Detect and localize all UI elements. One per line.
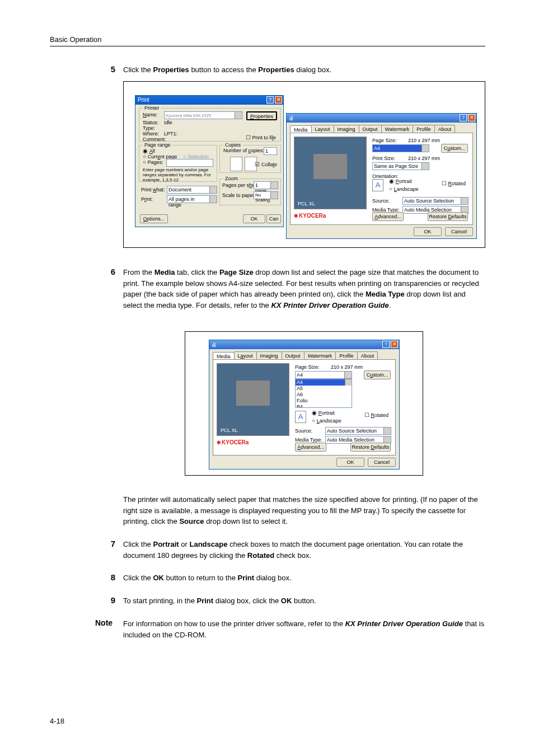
restore-defaults-button[interactable]: Restore Defaults <box>428 212 468 221</box>
section-header: Basic Operation <box>50 35 102 44</box>
advanced-button-2[interactable]: Advanced... <box>295 443 326 452</box>
page-size-label: Page Size: <box>372 138 397 143</box>
close-icon[interactable]: ✕ <box>468 114 475 121</box>
step-9-text: To start printing, in the Print dialog b… <box>123 595 485 607</box>
num-copies-label: Number of copies: <box>223 148 264 153</box>
source-dropdown-2[interactable]: Auto Source Selection <box>325 427 391 435</box>
print-size-dims: 210 x 297 mm <box>408 156 440 161</box>
source-dropdown[interactable]: Auto Source Selection <box>402 197 469 205</box>
properties-dialog-2: 🖨 ? ✕ Media Layout Imaging Output Waterm… <box>209 340 400 469</box>
pages-input[interactable] <box>166 159 213 167</box>
tab-layout[interactable]: Layout <box>311 125 334 133</box>
landscape-radio[interactable]: Landscape <box>389 186 419 192</box>
restore-defaults-button-2[interactable]: Restore Defaults <box>350 443 391 452</box>
tab-about-2[interactable]: About <box>357 351 378 360</box>
source-label: Source: <box>372 198 390 204</box>
help-icon[interactable]: ? <box>382 341 390 348</box>
options-button[interactable]: Options... <box>140 214 168 223</box>
print-to-file-checkbox[interactable]: Print to file <box>246 134 276 140</box>
rotated-checkbox-2[interactable]: Rotated <box>364 412 388 418</box>
help-icon[interactable]: ? <box>460 114 467 121</box>
header-rule <box>50 46 485 46</box>
print-size-label: Print Size: <box>372 156 395 161</box>
tab-profile[interactable]: Profile <box>413 125 435 133</box>
kyocera-logo: KYOCERa <box>294 213 326 219</box>
list-item: B4 <box>296 404 352 408</box>
properties-dialog: 🖨 ? ✕ Media Layout Imaging Output Waterm… <box>286 113 477 239</box>
copies-fieldset: Copies Number of copies: 1 Collate <box>219 145 281 173</box>
print-dialog: Print ? ✕ Printer Name: Kyocera Mita KM-… <box>135 95 284 227</box>
list-item: A6 <box>296 392 352 398</box>
tab-watermark[interactable]: Watermark <box>381 125 414 133</box>
step-6-text: From the Media tab, click the Page Size … <box>123 267 485 311</box>
custom-button[interactable]: Custom... <box>441 144 468 153</box>
scale-dropdown[interactable]: No Scaling <box>254 191 278 199</box>
ok-button-3[interactable]: OK <box>336 458 364 467</box>
list-item: A4 <box>296 379 352 386</box>
tab-watermark-2[interactable]: Watermark <box>304 351 336 360</box>
step-5-text: Click the Properties button to access th… <box>123 64 485 76</box>
page-size-listbox[interactable]: A4 A5 A6 Folio B4 B5 (JIS) B6 <box>295 379 352 408</box>
copies-input[interactable]: 1 <box>264 147 277 155</box>
help-icon[interactable]: ? <box>266 96 274 104</box>
close-icon[interactable]: ✕ <box>275 96 282 104</box>
collate-checkbox[interactable]: Collate <box>255 161 277 167</box>
cancel-button[interactable]: Can <box>266 214 281 223</box>
zoom-legend: Zoom <box>223 176 240 181</box>
status-label: Status: <box>143 120 158 125</box>
name-label: Name: <box>143 112 158 118</box>
pages-radio[interactable]: Pages: <box>143 159 163 165</box>
cancel-button-2[interactable]: Cancel <box>445 227 473 236</box>
ok-button[interactable]: OK <box>243 214 265 223</box>
type-label: Type: <box>143 125 155 131</box>
print-what-label: Print what: <box>141 187 165 192</box>
zoom-fieldset: Zoom Pages per sheet: 1 page Scale to pa… <box>219 179 281 205</box>
properties-button[interactable]: Properties <box>246 111 277 120</box>
list-item: A5 <box>296 386 352 392</box>
custom-button-2[interactable]: Custom... <box>364 370 391 379</box>
cancel-button-3[interactable]: Cancel <box>368 458 396 467</box>
tab-imaging[interactable]: Imaging <box>334 125 359 133</box>
page-size-dims: 210 x 297 mm <box>408 138 440 143</box>
properties-title-2: 🖨 ? ✕ <box>209 340 399 349</box>
page-number: 4-18 <box>50 717 64 725</box>
list-item: Folio <box>296 398 352 404</box>
tab-layout-2[interactable]: Layout <box>234 351 257 360</box>
page-range-fieldset: Page range All Current page Selection Pa… <box>139 145 217 182</box>
tab-output-2[interactable]: Output <box>282 351 305 360</box>
step-9-number: 9 <box>107 595 115 605</box>
print-size-dropdown[interactable]: Same as Page Size <box>372 162 429 170</box>
portrait-radio[interactable]: Portrait <box>389 178 412 184</box>
rotated-checkbox[interactable]: Rotated <box>442 180 466 186</box>
scrollbar[interactable] <box>345 379 352 386</box>
para-after-6: The printer will automatically select pa… <box>123 494 485 527</box>
advanced-button[interactable]: Advanced... <box>372 212 404 221</box>
printer-name-dropdown[interactable]: Kyocera Mita KM-1525 <box>164 111 242 119</box>
print-label: Print: <box>141 196 153 202</box>
pages-per-sheet-dropdown[interactable]: 1 page <box>254 181 278 189</box>
page-size-label-2: Page Size: <box>295 364 320 370</box>
status-value: Idle <box>164 120 172 125</box>
tab-profile-2[interactable]: Profile <box>335 351 358 360</box>
preview: PCL XL <box>294 137 367 209</box>
note-text: For information on how to use the printe… <box>123 618 485 640</box>
printer-icon-2 <box>236 381 270 406</box>
landscape-radio-2[interactable]: Landscape <box>312 417 341 424</box>
step-7-text: Click the Portrait or Landscape check bo… <box>123 539 485 561</box>
tab-about[interactable]: About <box>434 125 456 133</box>
print-what-dropdown[interactable]: Document <box>167 186 217 194</box>
page-size-dropdown-2[interactable]: A4 <box>295 371 352 379</box>
page-size-dropdown[interactable]: A4 <box>372 144 429 152</box>
tab-output[interactable]: Output <box>359 125 382 133</box>
step-6-number: 6 <box>107 267 115 276</box>
ok-button-2[interactable]: OK <box>414 227 442 236</box>
step-5-number: 5 <box>107 64 115 74</box>
pcl-label: PCL XL <box>298 201 315 206</box>
tab-imaging-2[interactable]: Imaging <box>256 351 282 360</box>
screenshot-2: 🖨 ? ✕ Media Layout Imaging Output Waterm… <box>185 331 423 476</box>
step-8-number: 8 <box>107 572 115 582</box>
print-range-dropdown[interactable]: All pages in range <box>167 195 217 203</box>
portrait-radio-2[interactable]: Portrait <box>312 410 335 416</box>
preview-2: PCL XL <box>217 363 289 436</box>
close-icon[interactable]: ✕ <box>391 341 398 348</box>
